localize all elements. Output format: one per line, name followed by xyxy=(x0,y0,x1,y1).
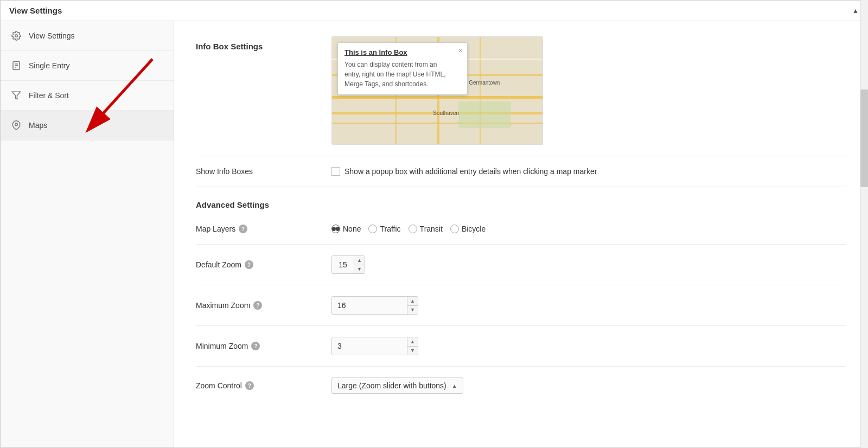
min-zoom-label: Minimum Zoom ? xyxy=(196,342,315,350)
default-zoom-up[interactable]: ▲ xyxy=(354,256,365,265)
map-preview: Searcy Memphis Germantown Southaven xyxy=(331,36,543,145)
max-zoom-down[interactable]: ▼ xyxy=(407,306,418,315)
show-info-boxes-checkbox[interactable] xyxy=(331,167,340,176)
default-zoom-arrows[interactable]: ▲ ▼ xyxy=(354,256,365,273)
map-label-southaven: Southaven xyxy=(433,110,459,116)
map-layers-help-icon[interactable]: ? xyxy=(239,225,247,233)
advanced-settings-header-container: Advanced Settings xyxy=(196,187,846,214)
advanced-settings-header: Advanced Settings xyxy=(196,200,269,209)
show-info-boxes-checkbox-label: Show a popup box with additional entry d… xyxy=(344,167,597,176)
show-info-boxes-label: Show Info Boxes xyxy=(196,167,315,176)
map-label-germantown: Germantown xyxy=(469,80,500,86)
content-area: Info Box Settings xyxy=(174,21,867,447)
svg-point-6 xyxy=(15,123,18,126)
gear-icon xyxy=(10,30,22,42)
zoom-control-control: Large (Zoom slider with buttons) ▲ xyxy=(331,377,846,394)
sidebar-item-label: Maps xyxy=(29,121,47,130)
max-zoom-spinner[interactable]: 16 ▲ ▼ xyxy=(331,296,418,315)
collapse-icon[interactable]: ▲ xyxy=(852,7,859,15)
min-zoom-value: 3 xyxy=(332,338,407,354)
max-zoom-row: Maximum Zoom ? 16 ▲ ▼ xyxy=(196,285,846,326)
title-bar: View Settings ▲ xyxy=(1,1,867,21)
max-zoom-control: 16 ▲ ▼ xyxy=(331,296,846,315)
sidebar-item-maps[interactable]: Maps xyxy=(1,111,174,140)
zoom-control-help-icon[interactable]: ? xyxy=(245,381,254,390)
min-zoom-spinner[interactable]: 3 ▲ ▼ xyxy=(331,337,418,355)
max-zoom-help-icon[interactable]: ? xyxy=(253,301,262,310)
default-zoom-help-icon[interactable]: ? xyxy=(245,260,253,269)
default-zoom-label: Default Zoom ? xyxy=(196,260,315,269)
infobox-preview-row: Info Box Settings xyxy=(196,36,846,145)
radio-bicycle[interactable]: Bicycle xyxy=(450,225,486,233)
radio-circle-transit xyxy=(409,225,417,233)
zoom-control-value: Large (Zoom slider with buttons) xyxy=(337,381,446,390)
info-popup: × This is an Info Box You can display co… xyxy=(337,42,468,95)
popup-body: You can display content from an entry, r… xyxy=(344,60,451,89)
sidebar-item-view-settings[interactable]: View Settings xyxy=(1,21,174,51)
min-zoom-control: 3 ▲ ▼ xyxy=(331,337,846,355)
zoom-control-label: Zoom Control ? xyxy=(196,381,315,390)
max-zoom-label: Maximum Zoom ? xyxy=(196,301,315,310)
show-info-boxes-checkbox-container[interactable]: Show a popup box with additional entry d… xyxy=(331,167,597,176)
sidebar-item-label: Single Entry xyxy=(29,61,69,70)
map-layers-label: Map Layers ? xyxy=(196,225,315,233)
min-zoom-help-icon[interactable]: ? xyxy=(251,342,260,350)
min-zoom-arrows[interactable]: ▲ ▼ xyxy=(407,337,418,355)
default-zoom-spinner[interactable]: 15 ▲ ▼ xyxy=(331,255,365,274)
svg-marker-5 xyxy=(12,92,21,99)
main-container: View Settings ▲ View Settings xyxy=(0,0,868,448)
close-icon[interactable]: × xyxy=(458,46,463,55)
min-zoom-row: Minimum Zoom ? 3 ▲ ▼ xyxy=(196,326,846,367)
infobox-section-title: Info Box Settings xyxy=(196,36,315,51)
sidebar-item-label: View Settings xyxy=(29,31,75,40)
main-layout: View Settings Single Entry xyxy=(1,21,867,447)
default-zoom-value: 15 xyxy=(332,257,354,272)
show-info-boxes-control: Show a popup box with additional entry d… xyxy=(331,167,846,176)
sidebar-item-filter-sort[interactable]: Filter & Sort xyxy=(1,81,174,111)
scrollbar[interactable] xyxy=(860,0,868,448)
svg-point-0 xyxy=(15,35,18,37)
max-zoom-arrows[interactable]: ▲ ▼ xyxy=(407,297,418,314)
radio-none[interactable]: None xyxy=(331,225,361,233)
sidebar: View Settings Single Entry xyxy=(1,21,174,447)
infobox-settings-section: Info Box Settings xyxy=(196,21,846,156)
min-zoom-down[interactable]: ▼ xyxy=(407,347,418,355)
radio-circle-bicycle xyxy=(450,225,459,233)
radio-traffic[interactable]: Traffic xyxy=(368,225,400,233)
radio-transit[interactable]: Transit xyxy=(409,225,443,233)
radio-circle-none xyxy=(331,225,340,233)
max-zoom-up[interactable]: ▲ xyxy=(407,297,418,306)
popup-title: This is an Info Box xyxy=(344,48,451,56)
map-pin-icon xyxy=(10,119,22,131)
sidebar-item-label: Filter & Sort xyxy=(29,91,69,100)
scrollbar-thumb[interactable] xyxy=(860,89,868,187)
max-zoom-value: 16 xyxy=(332,298,407,313)
min-zoom-up[interactable]: ▲ xyxy=(407,337,418,347)
zoom-control-row: Zoom Control ? Large (Zoom slider with b… xyxy=(196,367,846,405)
default-zoom-down[interactable]: ▼ xyxy=(354,265,365,274)
zoom-control-select[interactable]: Large (Zoom slider with buttons) ▲ xyxy=(331,377,463,394)
page-title: View Settings xyxy=(9,6,62,15)
default-zoom-control: 15 ▲ ▼ xyxy=(331,255,846,274)
map-layers-control: None Traffic Transit Bicycle xyxy=(331,225,846,233)
filter-icon xyxy=(10,89,22,101)
radio-circle-traffic xyxy=(368,225,377,233)
document-icon xyxy=(10,60,22,72)
default-zoom-row: Default Zoom ? 15 ▲ ▼ xyxy=(196,245,846,285)
map-background: Searcy Memphis Germantown Southaven xyxy=(332,37,542,144)
map-layers-row: Map Layers ? None Traffic Transit xyxy=(196,214,846,245)
sidebar-item-single-entry[interactable]: Single Entry xyxy=(1,51,174,81)
select-arrow-icon: ▲ xyxy=(452,383,457,389)
show-info-boxes-row: Show Info Boxes Show a popup box with ad… xyxy=(196,156,846,187)
